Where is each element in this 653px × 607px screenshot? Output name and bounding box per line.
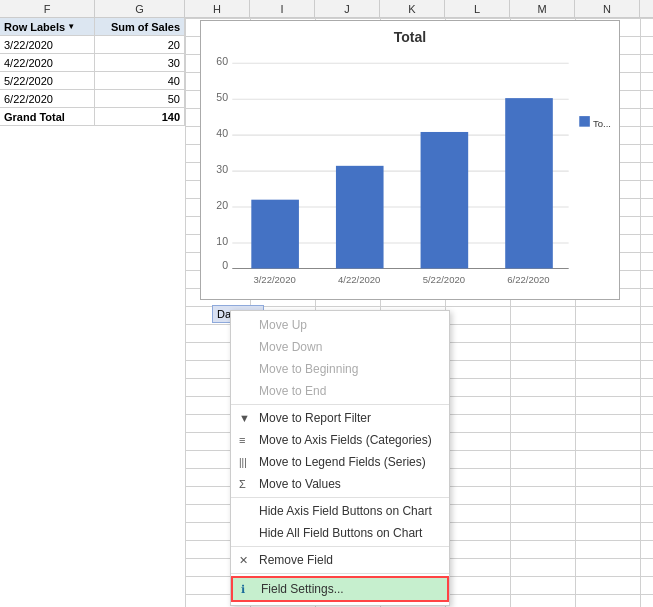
pivot-row-3: 5/22/2020 40: [0, 72, 185, 90]
separator-1: [231, 404, 449, 405]
context-menu: Move Up Move Down Move to Beginning Move…: [230, 310, 450, 606]
hide-all-label: Hide All Field Buttons on Chart: [259, 526, 422, 540]
menu-item-axis-fields[interactable]: ≡ Move to Axis Fields (Categories): [231, 429, 449, 451]
svg-text:40: 40: [216, 127, 228, 139]
col-k-header: K: [380, 0, 445, 17]
pivot-value-3: 40: [95, 72, 185, 89]
pivot-date-2: 4/22/2020: [0, 54, 95, 71]
col-i-header: I: [250, 0, 315, 17]
col-h-header: H: [185, 0, 250, 17]
svg-text:60: 60: [216, 55, 228, 67]
field-settings-icon: ℹ: [241, 583, 245, 596]
svg-text:3/22/2020: 3/22/2020: [253, 274, 295, 285]
svg-text:30: 30: [216, 163, 228, 175]
menu-item-values[interactable]: Σ Move to Values: [231, 473, 449, 495]
col-m-header: M: [510, 0, 575, 17]
pivot-col-f-header[interactable]: Row Labels ▼: [0, 18, 95, 35]
bar-4: [505, 98, 553, 268]
col-n-header: N: [575, 0, 640, 17]
move-to-beginning-label: Move to Beginning: [259, 362, 358, 376]
pivot-grand-total-value: 140: [95, 108, 185, 125]
separator-3: [231, 546, 449, 547]
report-filter-icon: ▼: [239, 412, 250, 424]
pivot-header-row: Row Labels ▼ Sum of Sales: [0, 18, 185, 36]
menu-item-hide-all-field-buttons[interactable]: Hide All Field Buttons on Chart: [231, 522, 449, 544]
menu-item-legend-fields[interactable]: ||| Move to Legend Fields (Series): [231, 451, 449, 473]
pivot-value-1: 20: [95, 36, 185, 53]
values-label: Move to Values: [259, 477, 341, 491]
remove-field-icon: ✕: [239, 554, 248, 567]
hide-axis-label: Hide Axis Field Buttons on Chart: [259, 504, 432, 518]
spreadsheet: F G H I J K L M N Row Labels ▼ Sum of Sa…: [0, 0, 653, 607]
menu-item-move-up[interactable]: Move Up: [231, 314, 449, 336]
pivot-col-g-header: Sum of Sales: [95, 18, 185, 35]
svg-text:5/22/2020: 5/22/2020: [423, 274, 465, 285]
bar-2: [336, 166, 384, 269]
axis-fields-icon: ≡: [239, 434, 245, 446]
svg-rect-18: [579, 116, 590, 127]
pivot-value-2: 30: [95, 54, 185, 71]
menu-item-remove-field[interactable]: ✕ Remove Field: [231, 549, 449, 571]
move-to-end-label: Move to End: [259, 384, 326, 398]
col-header-row: F G H I J K L M N: [0, 0, 653, 18]
pivot-date-1: 3/22/2020: [0, 36, 95, 53]
menu-item-move-down[interactable]: Move Down: [231, 336, 449, 358]
pivot-grand-total-label: Grand Total: [0, 108, 95, 125]
pivot-row-2: 4/22/2020 30: [0, 54, 185, 72]
legend-fields-icon: |||: [239, 457, 247, 468]
menu-item-move-to-end[interactable]: Move to End: [231, 380, 449, 402]
col-g-header: G: [95, 0, 185, 17]
pivot-date-4: 6/22/2020: [0, 90, 95, 107]
col-l-header: L: [445, 0, 510, 17]
axis-fields-label: Move to Axis Fields (Categories): [259, 433, 432, 447]
svg-text:10: 10: [216, 235, 228, 247]
col-f-header: F: [0, 0, 95, 17]
svg-text:50: 50: [216, 91, 228, 103]
svg-text:6/22/2020: 6/22/2020: [507, 274, 549, 285]
menu-item-field-settings[interactable]: ℹ Field Settings...: [231, 576, 449, 602]
menu-item-report-filter[interactable]: ▼ Move to Report Filter: [231, 407, 449, 429]
separator-4: [231, 573, 449, 574]
col-j-header: J: [315, 0, 380, 17]
move-up-label: Move Up: [259, 318, 307, 332]
svg-text:0: 0: [222, 260, 228, 272]
pivot-row-4: 6/22/2020 50: [0, 90, 185, 108]
chart-title: Total: [209, 29, 611, 45]
chart-svg: 60 50 40 30 20 10 0: [209, 49, 611, 289]
svg-text:20: 20: [216, 199, 228, 211]
pivot-row-1: 3/22/2020 20: [0, 36, 185, 54]
svg-text:4/22/2020: 4/22/2020: [338, 274, 380, 285]
field-settings-label: Field Settings...: [261, 582, 344, 596]
values-icon: Σ: [239, 478, 246, 490]
pivot-grand-total-row: Grand Total 140: [0, 108, 185, 126]
chart-area: Total 60 50 40 30 20 10 0: [200, 20, 620, 300]
menu-item-hide-axis-field-buttons[interactable]: Hide Axis Field Buttons on Chart: [231, 500, 449, 522]
move-down-label: Move Down: [259, 340, 322, 354]
row-labels-dropdown[interactable]: ▼: [67, 22, 75, 31]
pivot-table: Row Labels ▼ Sum of Sales 3/22/2020 20 4…: [0, 18, 185, 126]
bar-1: [251, 200, 299, 269]
svg-text:To...: To...: [593, 118, 611, 129]
report-filter-label: Move to Report Filter: [259, 411, 371, 425]
separator-2: [231, 497, 449, 498]
chart-inner: 60 50 40 30 20 10 0: [209, 49, 611, 289]
pivot-date-3: 5/22/2020: [0, 72, 95, 89]
legend-fields-label: Move to Legend Fields (Series): [259, 455, 426, 469]
bar-3: [421, 132, 469, 268]
remove-field-label: Remove Field: [259, 553, 333, 567]
pivot-value-4: 50: [95, 90, 185, 107]
menu-item-move-to-beginning[interactable]: Move to Beginning: [231, 358, 449, 380]
